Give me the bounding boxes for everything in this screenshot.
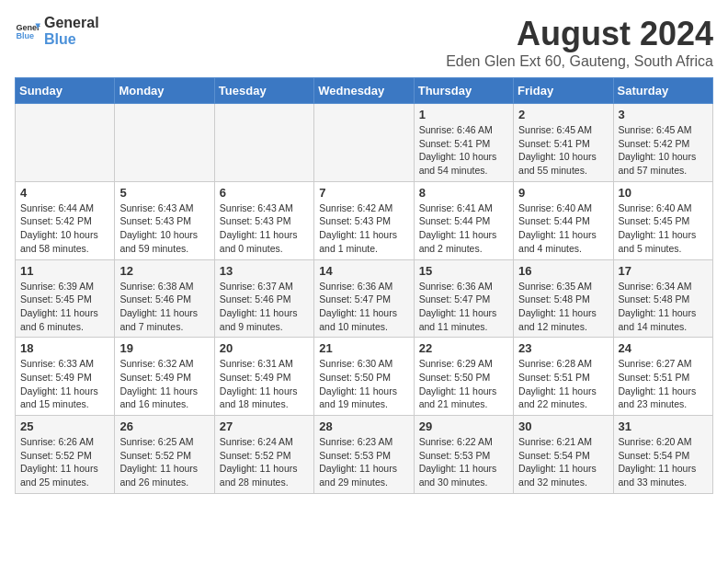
day-number: 21	[319, 341, 408, 355]
day-number: 15	[419, 264, 508, 278]
day-number: 9	[518, 186, 608, 200]
day-info: Sunrise: 6:29 AM Sunset: 5:50 PM Dayligh…	[419, 357, 508, 411]
day-number: 2	[518, 108, 608, 121]
day-number: 6	[220, 186, 309, 200]
calendar-cell: 11Sunrise: 6:39 AM Sunset: 5:45 PM Dayli…	[16, 259, 115, 338]
month-title: August 2024	[446, 15, 713, 53]
calendar-cell: 12Sunrise: 6:38 AM Sunset: 5:46 PM Dayli…	[115, 259, 214, 338]
week-row-5: 25Sunrise: 6:26 AM Sunset: 5:52 PM Dayli…	[16, 416, 713, 494]
logo-blue-text: Blue	[44, 31, 99, 48]
day-number: 23	[518, 341, 608, 355]
day-number: 13	[220, 264, 309, 278]
calendar-cell: 20Sunrise: 6:31 AM Sunset: 5:49 PM Dayli…	[214, 338, 313, 416]
week-row-2: 4Sunrise: 6:44 AM Sunset: 5:42 PM Daylig…	[16, 181, 713, 259]
day-info: Sunrise: 6:35 AM Sunset: 5:48 PM Dayligh…	[518, 280, 608, 334]
day-number: 30	[518, 419, 608, 433]
calendar-cell: 24Sunrise: 6:27 AM Sunset: 5:51 PM Dayli…	[613, 338, 712, 416]
calendar-cell	[314, 104, 414, 182]
day-info: Sunrise: 6:38 AM Sunset: 5:46 PM Dayligh…	[119, 280, 209, 334]
day-number: 31	[619, 419, 708, 433]
day-number: 14	[319, 264, 408, 278]
calendar-cell: 3Sunrise: 6:45 AM Sunset: 5:42 PM Daylig…	[613, 104, 712, 182]
title-area: August 2024 Eden Glen Ext 60, Gauteng, S…	[446, 15, 713, 70]
location-title: Eden Glen Ext 60, Gauteng, South Africa	[446, 53, 713, 70]
day-number: 29	[419, 419, 508, 433]
svg-text:Blue: Blue	[16, 31, 34, 40]
header-day-monday: Monday	[115, 78, 214, 104]
day-number: 19	[119, 341, 209, 355]
day-info: Sunrise: 6:43 AM Sunset: 5:43 PM Dayligh…	[119, 201, 209, 256]
calendar-cell: 6Sunrise: 6:43 AM Sunset: 5:43 PM Daylig…	[214, 181, 313, 259]
logo-icon: General Blue	[15, 18, 40, 44]
calendar-cell: 5Sunrise: 6:43 AM Sunset: 5:43 PM Daylig…	[115, 181, 214, 259]
header-day-friday: Friday	[514, 78, 613, 104]
day-info: Sunrise: 6:22 AM Sunset: 5:53 PM Dayligh…	[419, 435, 508, 489]
day-number: 12	[119, 264, 209, 278]
day-info: Sunrise: 6:30 AM Sunset: 5:50 PM Dayligh…	[319, 357, 408, 411]
calendar-cell: 7Sunrise: 6:42 AM Sunset: 5:43 PM Daylig…	[314, 181, 414, 259]
calendar-cell: 4Sunrise: 6:44 AM Sunset: 5:42 PM Daylig…	[16, 181, 115, 259]
header-day-sunday: Sunday	[16, 78, 115, 104]
day-info: Sunrise: 6:31 AM Sunset: 5:49 PM Dayligh…	[220, 357, 309, 411]
day-number: 18	[20, 341, 109, 355]
calendar-cell: 9Sunrise: 6:40 AM Sunset: 5:44 PM Daylig…	[514, 181, 613, 259]
calendar-cell: 31Sunrise: 6:20 AM Sunset: 5:54 PM Dayli…	[613, 416, 712, 494]
calendar-cell: 1Sunrise: 6:46 AM Sunset: 5:41 PM Daylig…	[414, 104, 513, 182]
day-info: Sunrise: 6:25 AM Sunset: 5:52 PM Dayligh…	[119, 435, 209, 489]
calendar-cell: 8Sunrise: 6:41 AM Sunset: 5:44 PM Daylig…	[414, 181, 513, 259]
day-number: 11	[20, 264, 109, 278]
day-info: Sunrise: 6:23 AM Sunset: 5:53 PM Dayligh…	[319, 435, 408, 489]
calendar-cell: 10Sunrise: 6:40 AM Sunset: 5:45 PM Dayli…	[613, 181, 712, 259]
calendar-cell: 25Sunrise: 6:26 AM Sunset: 5:52 PM Dayli…	[16, 416, 115, 494]
logo-general-text: General	[44, 15, 99, 31]
header-day-wednesday: Wednesday	[314, 78, 414, 104]
day-info: Sunrise: 6:39 AM Sunset: 5:45 PM Dayligh…	[20, 280, 109, 334]
calendar-cell	[214, 104, 313, 182]
day-info: Sunrise: 6:28 AM Sunset: 5:51 PM Dayligh…	[518, 357, 608, 411]
calendar-cell: 16Sunrise: 6:35 AM Sunset: 5:48 PM Dayli…	[514, 259, 613, 338]
day-info: Sunrise: 6:20 AM Sunset: 5:54 PM Dayligh…	[619, 435, 708, 489]
calendar-cell: 23Sunrise: 6:28 AM Sunset: 5:51 PM Dayli…	[514, 338, 613, 416]
day-info: Sunrise: 6:32 AM Sunset: 5:49 PM Dayligh…	[119, 357, 209, 411]
header-day-tuesday: Tuesday	[214, 78, 313, 104]
day-number: 24	[619, 341, 708, 355]
calendar-cell: 17Sunrise: 6:34 AM Sunset: 5:48 PM Dayli…	[613, 259, 712, 338]
calendar-cell: 22Sunrise: 6:29 AM Sunset: 5:50 PM Dayli…	[414, 338, 513, 416]
day-number: 26	[119, 419, 209, 433]
day-number: 25	[20, 419, 109, 433]
header-day-thursday: Thursday	[414, 78, 513, 104]
calendar-cell: 21Sunrise: 6:30 AM Sunset: 5:50 PM Dayli…	[314, 338, 414, 416]
calendar-cell: 2Sunrise: 6:45 AM Sunset: 5:41 PM Daylig…	[514, 104, 613, 182]
day-number: 16	[518, 264, 608, 278]
day-number: 5	[119, 186, 209, 200]
day-number: 7	[319, 186, 408, 200]
day-info: Sunrise: 6:40 AM Sunset: 5:45 PM Dayligh…	[619, 201, 708, 256]
day-info: Sunrise: 6:40 AM Sunset: 5:44 PM Dayligh…	[518, 201, 608, 256]
header-day-saturday: Saturday	[613, 78, 712, 104]
day-info: Sunrise: 6:45 AM Sunset: 5:41 PM Dayligh…	[518, 123, 608, 178]
day-info: Sunrise: 6:42 AM Sunset: 5:43 PM Dayligh…	[319, 201, 408, 256]
calendar-table: SundayMondayTuesdayWednesdayThursdayFrid…	[15, 77, 713, 494]
calendar-cell	[16, 104, 115, 182]
day-info: Sunrise: 6:44 AM Sunset: 5:42 PM Dayligh…	[20, 201, 109, 256]
day-number: 27	[220, 419, 309, 433]
day-number: 17	[619, 264, 708, 278]
week-row-1: 1Sunrise: 6:46 AM Sunset: 5:41 PM Daylig…	[16, 104, 713, 182]
day-number: 22	[419, 341, 508, 355]
day-number: 28	[319, 419, 408, 433]
calendar-cell: 13Sunrise: 6:37 AM Sunset: 5:46 PM Dayli…	[214, 259, 313, 338]
day-info: Sunrise: 6:27 AM Sunset: 5:51 PM Dayligh…	[619, 357, 708, 411]
day-info: Sunrise: 6:41 AM Sunset: 5:44 PM Dayligh…	[419, 201, 508, 256]
day-info: Sunrise: 6:24 AM Sunset: 5:52 PM Dayligh…	[220, 435, 309, 489]
day-info: Sunrise: 6:43 AM Sunset: 5:43 PM Dayligh…	[220, 201, 309, 256]
day-number: 8	[419, 186, 508, 200]
day-number: 3	[619, 108, 708, 121]
day-number: 10	[619, 186, 708, 200]
day-number: 1	[419, 108, 508, 121]
calendar-cell: 14Sunrise: 6:36 AM Sunset: 5:47 PM Dayli…	[314, 259, 414, 338]
calendar-cell: 27Sunrise: 6:24 AM Sunset: 5:52 PM Dayli…	[214, 416, 313, 494]
week-row-4: 18Sunrise: 6:33 AM Sunset: 5:49 PM Dayli…	[16, 338, 713, 416]
day-info: Sunrise: 6:34 AM Sunset: 5:48 PM Dayligh…	[619, 280, 708, 334]
calendar-cell: 28Sunrise: 6:23 AM Sunset: 5:53 PM Dayli…	[314, 416, 414, 494]
day-info: Sunrise: 6:46 AM Sunset: 5:41 PM Dayligh…	[419, 123, 508, 178]
